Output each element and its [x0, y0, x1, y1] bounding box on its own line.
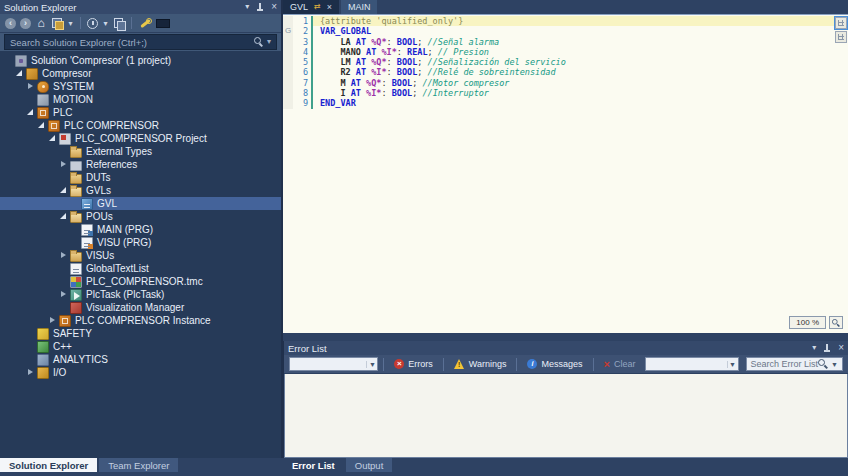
breakpoint-margin[interactable] — [283, 98, 293, 108]
bottom-tab-output[interactable]: Output — [346, 458, 393, 472]
document-tab-main[interactable]: MAIN — [341, 0, 378, 14]
close-icon[interactable]: × — [271, 2, 277, 12]
errors-button[interactable]: ×Errors — [389, 356, 438, 372]
tab-close-icon[interactable]: × — [327, 3, 332, 12]
code-line-7[interactable]: 7 M AT %Q*: BOOL; //Motor compresor — [283, 78, 848, 88]
tree-item-system[interactable]: SYSTEM — [0, 80, 281, 93]
code-line-3[interactable]: 3 LA AT %Q*: BOOL; //Señal alarma — [283, 37, 848, 47]
zoom-level[interactable]: 100 % — [789, 316, 826, 329]
breakpoint-margin[interactable] — [283, 57, 293, 67]
clear-button[interactable]: ×Clear — [599, 356, 641, 372]
error-list-content[interactable] — [284, 374, 848, 458]
tree-item-analytics[interactable]: ANALYTICS — [0, 353, 281, 366]
warnings-button[interactable]: Warnings — [449, 356, 512, 372]
docs-icon[interactable] — [113, 17, 125, 29]
collapse-all-icon[interactable] — [51, 17, 63, 29]
bottom-tab-error-list[interactable]: Error List — [283, 458, 344, 472]
tree-item-pous[interactable]: POUs — [0, 210, 281, 223]
auto-hide-pin-icon[interactable] — [823, 344, 831, 353]
tree-item-compresor[interactable]: Compresor — [0, 67, 281, 80]
bottom-tab-team-explorer[interactable]: Team Explorer — [99, 458, 178, 472]
search-icon[interactable] — [818, 359, 828, 369]
breakpoint-margin[interactable] — [283, 47, 293, 57]
tree-item-references[interactable]: References — [0, 158, 281, 171]
history-icon[interactable] — [87, 18, 98, 29]
expand-arrow-icon[interactable] — [59, 251, 68, 260]
collapse-arrow-icon[interactable] — [59, 212, 68, 221]
token-kw: AT — [351, 88, 361, 98]
expand-arrow-icon[interactable] — [59, 290, 68, 299]
code-line-9[interactable]: 9END_VAR — [283, 98, 848, 108]
window-position-menu-icon[interactable]: ▾ — [812, 344, 816, 352]
search-icon[interactable] — [254, 37, 264, 47]
search-input[interactable]: Search Solution Explorer (Ctrl+;) ▾ — [4, 34, 277, 50]
error-scope-combobox[interactable]: ▼ — [645, 357, 738, 371]
home-icon[interactable]: ⌂ — [35, 17, 47, 29]
code-line-5[interactable]: 5 LM AT %Q*: BOOL; //Señalización del se… — [283, 57, 848, 67]
combo-caret-icon[interactable]: ▼ — [366, 361, 377, 368]
code-line-6[interactable]: 6 R2 AT %I*: BOOL; //Relé de sobreintens… — [283, 67, 848, 77]
tab-pin-icon[interactable]: ⇄ — [314, 3, 321, 11]
nav-back-icon[interactable]: ‹ — [5, 18, 16, 29]
breakpoint-margin[interactable] — [283, 88, 293, 98]
zoom-magnifier-icon[interactable] — [829, 316, 843, 329]
breakpoint-margin[interactable] — [283, 67, 293, 77]
tree-item-visu-prg[interactable]: VISU (PRG) — [0, 236, 281, 249]
tree-item-main-prg[interactable]: MAIN (PRG) — [0, 223, 281, 236]
search-options-caret-icon[interactable]: ▼ — [831, 361, 838, 368]
expand-arrow-icon[interactable] — [48, 316, 57, 325]
code-line-1[interactable]: 1{attribute 'qualified_only'} — [283, 16, 848, 26]
search-options-caret-icon[interactable]: ▾ — [267, 38, 271, 46]
collapse-arrow-icon[interactable] — [37, 121, 46, 130]
close-icon[interactable]: × — [838, 343, 844, 353]
document-tab-gvl[interactable]: GVL⇄× — [283, 0, 339, 14]
tree-item-motion[interactable]: MOTION — [0, 93, 281, 106]
collapse-arrow-icon[interactable] — [26, 108, 35, 117]
breakpoint-margin[interactable] — [283, 78, 293, 88]
tree-item-globaltextlist[interactable]: GlobalTextList — [0, 262, 281, 275]
breakpoint-margin[interactable] — [283, 37, 293, 47]
expand-arrow-icon[interactable] — [26, 82, 35, 91]
tree-item-gvl[interactable]: GVL — [0, 197, 281, 210]
expand-arrow-icon[interactable] — [26, 368, 35, 377]
caret-icon[interactable]: ▾ — [67, 19, 74, 28]
gvl-editor-surface[interactable]: 1{attribute 'qualified_only'}G2VAR_GLOBA… — [283, 14, 848, 333]
error-list-search-input[interactable]: Search Error List ▼ — [746, 357, 843, 371]
tree-item-gvls[interactable]: GVLs — [0, 184, 281, 197]
tree-item-solution-compresor-1-project[interactable]: Solution 'Compresor' (1 project) — [0, 54, 281, 67]
messages-button[interactable]: iMessages — [522, 356, 587, 372]
tree-item-i-o[interactable]: I/O — [0, 366, 281, 379]
tree-item-external-types[interactable]: External Types — [0, 145, 281, 158]
nav-forward-icon[interactable]: › — [20, 18, 31, 29]
code-line-2[interactable]: G2VAR_GLOBAL — [283, 26, 848, 36]
breakpoint-margin[interactable]: G — [283, 26, 293, 36]
collapse-arrow-icon[interactable] — [15, 69, 24, 78]
tree-item-plc-comprensor-project[interactable]: PLC_COMPRENSOR Project — [0, 132, 281, 145]
combo-caret-icon[interactable]: ▼ — [727, 361, 738, 368]
auto-hide-pin-icon[interactable] — [256, 3, 264, 12]
tree-item-visualization-manager[interactable]: Visualization Manager — [0, 301, 281, 314]
wrench-icon[interactable] — [138, 17, 152, 30]
tree-item-safety[interactable]: SAFETY — [0, 327, 281, 340]
textual-view-icon[interactable] — [835, 17, 847, 29]
tree-item-c[interactable]: C++ — [0, 340, 281, 353]
error-filter-combobox[interactable]: ▼ — [289, 357, 378, 371]
tree-item-visus[interactable]: VISUs — [0, 249, 281, 262]
window-position-menu-icon[interactable]: ▾ — [245, 3, 249, 11]
caret-icon[interactable]: ▾ — [102, 19, 109, 28]
tabular-view-icon[interactable] — [835, 31, 847, 43]
code-line-8[interactable]: 8 I AT %I*: BOOL; //Interruptor — [283, 88, 848, 98]
tree-item-plc-comprensor-tmc[interactable]: PLC_COMPRENSOR.tmc — [0, 275, 281, 288]
tree-item-plc-comprensor[interactable]: PLC COMPRENSOR — [0, 119, 281, 132]
tree-item-plctask-plctask[interactable]: PlcTask (PlcTask) — [0, 288, 281, 301]
code-line-4[interactable]: 4 MANO AT %I*: REAL; // Presion — [283, 47, 848, 57]
bottom-tab-solution-explorer[interactable]: Solution Explorer — [0, 458, 97, 472]
expand-arrow-icon[interactable] — [59, 160, 68, 169]
tree-item-duts[interactable]: DUTs — [0, 171, 281, 184]
tree-item-plc-comprensor-instance[interactable]: PLC COMPRENSOR Instance — [0, 314, 281, 327]
tree-item-plc[interactable]: PLC — [0, 106, 281, 119]
dark-icon[interactable] — [156, 19, 170, 28]
collapse-arrow-icon[interactable] — [59, 186, 68, 195]
collapse-arrow-icon[interactable] — [48, 134, 57, 143]
breakpoint-margin[interactable] — [283, 16, 293, 26]
